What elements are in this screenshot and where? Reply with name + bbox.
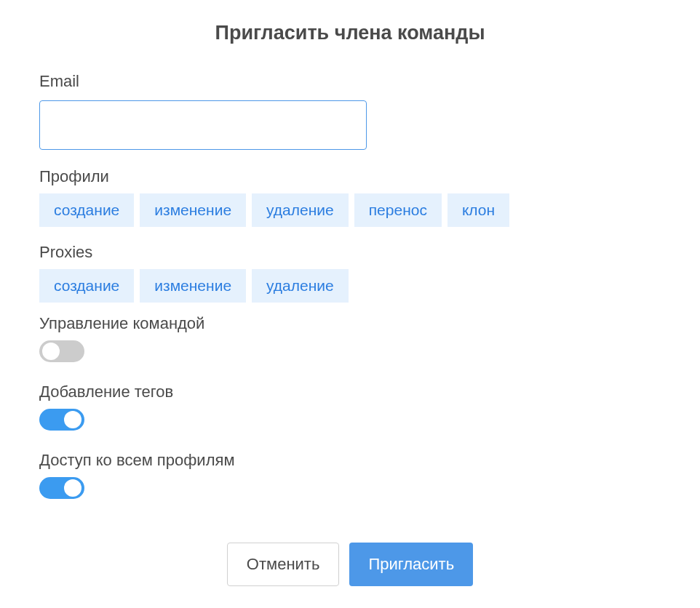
- profiles-section: Профили создание изменение удаление пере…: [39, 167, 661, 227]
- all-profiles-access-label: Доступ ко всем профилям: [39, 451, 661, 470]
- profiles-label: Профили: [39, 167, 661, 186]
- toggle-knob: [64, 411, 81, 428]
- email-section: Email: [39, 72, 661, 150]
- proxies-section: Proxies создание изменение удаление: [39, 243, 661, 303]
- profiles-tag-clone[interactable]: клон: [448, 193, 509, 227]
- dialog-title: Пригласить члена команды: [39, 22, 661, 44]
- team-management-toggle[interactable]: [39, 340, 84, 362]
- email-label: Email: [39, 72, 661, 91]
- all-profiles-access-toggle[interactable]: [39, 477, 84, 499]
- proxies-tag-edit[interactable]: изменение: [140, 269, 246, 303]
- team-management-label: Управление командой: [39, 314, 661, 333]
- toggle-knob: [42, 343, 60, 360]
- toggle-knob: [64, 479, 81, 497]
- add-tags-toggle[interactable]: [39, 409, 84, 431]
- team-management-section: Управление командой: [39, 314, 661, 365]
- add-tags-section: Добавление тегов: [39, 383, 661, 433]
- profiles-tag-row: создание изменение удаление перенос клон: [39, 193, 661, 227]
- all-profiles-access-section: Доступ ко всем профилям: [39, 451, 661, 502]
- proxies-label: Proxies: [39, 243, 661, 262]
- proxies-tag-create[interactable]: создание: [39, 269, 134, 303]
- invite-button[interactable]: Пригласить: [349, 543, 473, 586]
- cancel-button[interactable]: Отменить: [227, 543, 340, 586]
- profiles-tag-edit[interactable]: изменение: [140, 193, 246, 227]
- profiles-tag-delete[interactable]: удаление: [252, 193, 349, 227]
- add-tags-label: Добавление тегов: [39, 383, 661, 401]
- button-row: Отменить Пригласить: [39, 543, 661, 586]
- proxies-tag-delete[interactable]: удаление: [252, 269, 349, 303]
- profiles-tag-create[interactable]: создание: [39, 193, 134, 227]
- profiles-tag-transfer[interactable]: перенос: [354, 193, 442, 227]
- email-input[interactable]: [39, 100, 367, 150]
- proxies-tag-row: создание изменение удаление: [39, 269, 661, 303]
